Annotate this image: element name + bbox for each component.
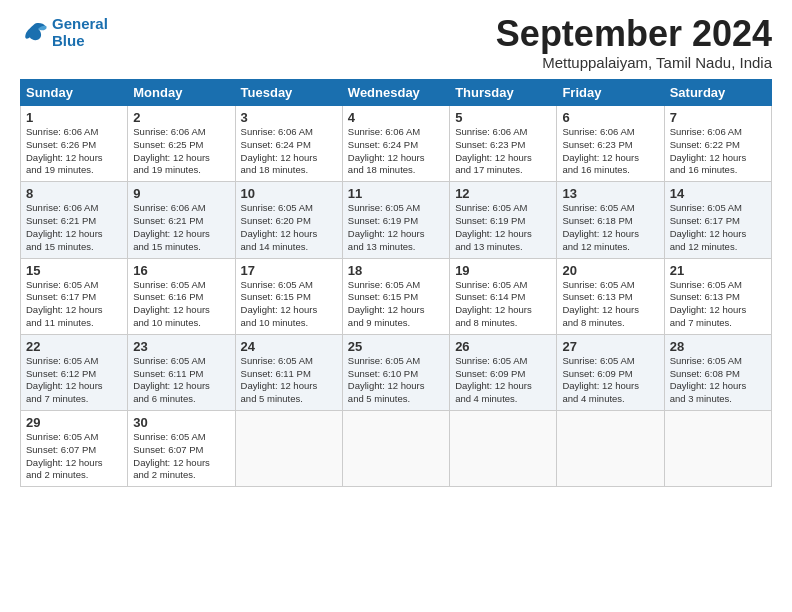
- calendar-cell: 6Sunrise: 6:06 AM Sunset: 6:23 PM Daylig…: [557, 106, 664, 182]
- day-info: Sunrise: 6:06 AM Sunset: 6:21 PM Dayligh…: [26, 202, 122, 253]
- day-number: 9: [133, 186, 229, 201]
- calendar-cell: [557, 411, 664, 487]
- day-number: 4: [348, 110, 444, 125]
- calendar-cell: 17Sunrise: 6:05 AM Sunset: 6:15 PM Dayli…: [235, 258, 342, 334]
- day-info: Sunrise: 6:05 AM Sunset: 6:16 PM Dayligh…: [133, 279, 229, 330]
- day-info: Sunrise: 6:05 AM Sunset: 6:10 PM Dayligh…: [348, 355, 444, 406]
- calendar-cell: 30Sunrise: 6:05 AM Sunset: 6:07 PM Dayli…: [128, 411, 235, 487]
- header: General Blue September 2024 Mettuppalaiy…: [20, 16, 772, 71]
- calendar-cell: 25Sunrise: 6:05 AM Sunset: 6:10 PM Dayli…: [342, 334, 449, 410]
- day-number: 12: [455, 186, 551, 201]
- day-info: Sunrise: 6:05 AM Sunset: 6:13 PM Dayligh…: [670, 279, 766, 330]
- logo: General Blue: [20, 16, 108, 49]
- day-info: Sunrise: 6:06 AM Sunset: 6:23 PM Dayligh…: [562, 126, 658, 177]
- day-number: 8: [26, 186, 122, 201]
- calendar-cell: 20Sunrise: 6:05 AM Sunset: 6:13 PM Dayli…: [557, 258, 664, 334]
- day-number: 3: [241, 110, 337, 125]
- col-friday: Friday: [557, 80, 664, 106]
- day-number: 20: [562, 263, 658, 278]
- day-info: Sunrise: 6:05 AM Sunset: 6:19 PM Dayligh…: [348, 202, 444, 253]
- calendar-week-row: 8Sunrise: 6:06 AM Sunset: 6:21 PM Daylig…: [21, 182, 772, 258]
- day-number: 6: [562, 110, 658, 125]
- day-number: 28: [670, 339, 766, 354]
- day-info: Sunrise: 6:05 AM Sunset: 6:11 PM Dayligh…: [133, 355, 229, 406]
- day-number: 7: [670, 110, 766, 125]
- calendar-cell: 7Sunrise: 6:06 AM Sunset: 6:22 PM Daylig…: [664, 106, 771, 182]
- calendar-cell: 21Sunrise: 6:05 AM Sunset: 6:13 PM Dayli…: [664, 258, 771, 334]
- calendar-cell: 14Sunrise: 6:05 AM Sunset: 6:17 PM Dayli…: [664, 182, 771, 258]
- day-info: Sunrise: 6:05 AM Sunset: 6:08 PM Dayligh…: [670, 355, 766, 406]
- day-info: Sunrise: 6:06 AM Sunset: 6:25 PM Dayligh…: [133, 126, 229, 177]
- col-wednesday: Wednesday: [342, 80, 449, 106]
- day-number: 11: [348, 186, 444, 201]
- col-thursday: Thursday: [450, 80, 557, 106]
- calendar-cell: 29Sunrise: 6:05 AM Sunset: 6:07 PM Dayli…: [21, 411, 128, 487]
- calendar-cell: [342, 411, 449, 487]
- col-tuesday: Tuesday: [235, 80, 342, 106]
- calendar-cell: 8Sunrise: 6:06 AM Sunset: 6:21 PM Daylig…: [21, 182, 128, 258]
- day-info: Sunrise: 6:05 AM Sunset: 6:12 PM Dayligh…: [26, 355, 122, 406]
- logo-icon: [20, 19, 48, 47]
- day-number: 19: [455, 263, 551, 278]
- day-info: Sunrise: 6:06 AM Sunset: 6:22 PM Dayligh…: [670, 126, 766, 177]
- col-sunday: Sunday: [21, 80, 128, 106]
- calendar-cell: 24Sunrise: 6:05 AM Sunset: 6:11 PM Dayli…: [235, 334, 342, 410]
- title-block: September 2024 Mettuppalaiyam, Tamil Nad…: [496, 16, 772, 71]
- calendar-cell: 10Sunrise: 6:05 AM Sunset: 6:20 PM Dayli…: [235, 182, 342, 258]
- day-number: 1: [26, 110, 122, 125]
- calendar-cell: 26Sunrise: 6:05 AM Sunset: 6:09 PM Dayli…: [450, 334, 557, 410]
- calendar-table: Sunday Monday Tuesday Wednesday Thursday…: [20, 79, 772, 487]
- day-info: Sunrise: 6:06 AM Sunset: 6:24 PM Dayligh…: [241, 126, 337, 177]
- day-number: 5: [455, 110, 551, 125]
- day-info: Sunrise: 6:06 AM Sunset: 6:24 PM Dayligh…: [348, 126, 444, 177]
- calendar-cell: 15Sunrise: 6:05 AM Sunset: 6:17 PM Dayli…: [21, 258, 128, 334]
- calendar-cell: 3Sunrise: 6:06 AM Sunset: 6:24 PM Daylig…: [235, 106, 342, 182]
- day-number: 23: [133, 339, 229, 354]
- day-info: Sunrise: 6:05 AM Sunset: 6:15 PM Dayligh…: [348, 279, 444, 330]
- day-info: Sunrise: 6:05 AM Sunset: 6:09 PM Dayligh…: [562, 355, 658, 406]
- calendar-week-row: 1Sunrise: 6:06 AM Sunset: 6:26 PM Daylig…: [21, 106, 772, 182]
- calendar-cell: [664, 411, 771, 487]
- calendar-cell: 4Sunrise: 6:06 AM Sunset: 6:24 PM Daylig…: [342, 106, 449, 182]
- month-title: September 2024: [496, 16, 772, 52]
- calendar-cell: [450, 411, 557, 487]
- calendar-cell: 9Sunrise: 6:06 AM Sunset: 6:21 PM Daylig…: [128, 182, 235, 258]
- day-info: Sunrise: 6:05 AM Sunset: 6:13 PM Dayligh…: [562, 279, 658, 330]
- day-number: 16: [133, 263, 229, 278]
- day-number: 27: [562, 339, 658, 354]
- location-subtitle: Mettuppalaiyam, Tamil Nadu, India: [496, 54, 772, 71]
- calendar-header-row: Sunday Monday Tuesday Wednesday Thursday…: [21, 80, 772, 106]
- day-info: Sunrise: 6:05 AM Sunset: 6:14 PM Dayligh…: [455, 279, 551, 330]
- day-info: Sunrise: 6:06 AM Sunset: 6:21 PM Dayligh…: [133, 202, 229, 253]
- calendar-cell: 2Sunrise: 6:06 AM Sunset: 6:25 PM Daylig…: [128, 106, 235, 182]
- day-info: Sunrise: 6:05 AM Sunset: 6:17 PM Dayligh…: [26, 279, 122, 330]
- day-info: Sunrise: 6:06 AM Sunset: 6:26 PM Dayligh…: [26, 126, 122, 177]
- day-number: 10: [241, 186, 337, 201]
- day-number: 18: [348, 263, 444, 278]
- day-info: Sunrise: 6:05 AM Sunset: 6:11 PM Dayligh…: [241, 355, 337, 406]
- day-info: Sunrise: 6:05 AM Sunset: 6:20 PM Dayligh…: [241, 202, 337, 253]
- page: General Blue September 2024 Mettuppalaiy…: [0, 0, 792, 497]
- day-number: 21: [670, 263, 766, 278]
- day-info: Sunrise: 6:05 AM Sunset: 6:19 PM Dayligh…: [455, 202, 551, 253]
- day-info: Sunrise: 6:05 AM Sunset: 6:07 PM Dayligh…: [26, 431, 122, 482]
- calendar-cell: 19Sunrise: 6:05 AM Sunset: 6:14 PM Dayli…: [450, 258, 557, 334]
- day-number: 22: [26, 339, 122, 354]
- calendar-cell: 11Sunrise: 6:05 AM Sunset: 6:19 PM Dayli…: [342, 182, 449, 258]
- logo-text: General Blue: [52, 16, 108, 49]
- day-number: 2: [133, 110, 229, 125]
- calendar-cell: [235, 411, 342, 487]
- day-number: 30: [133, 415, 229, 430]
- day-number: 26: [455, 339, 551, 354]
- calendar-week-row: 15Sunrise: 6:05 AM Sunset: 6:17 PM Dayli…: [21, 258, 772, 334]
- calendar-cell: 22Sunrise: 6:05 AM Sunset: 6:12 PM Dayli…: [21, 334, 128, 410]
- day-info: Sunrise: 6:05 AM Sunset: 6:15 PM Dayligh…: [241, 279, 337, 330]
- day-number: 13: [562, 186, 658, 201]
- day-info: Sunrise: 6:05 AM Sunset: 6:09 PM Dayligh…: [455, 355, 551, 406]
- calendar-cell: 5Sunrise: 6:06 AM Sunset: 6:23 PM Daylig…: [450, 106, 557, 182]
- calendar-week-row: 22Sunrise: 6:05 AM Sunset: 6:12 PM Dayli…: [21, 334, 772, 410]
- day-number: 25: [348, 339, 444, 354]
- calendar-cell: 27Sunrise: 6:05 AM Sunset: 6:09 PM Dayli…: [557, 334, 664, 410]
- col-saturday: Saturday: [664, 80, 771, 106]
- day-info: Sunrise: 6:06 AM Sunset: 6:23 PM Dayligh…: [455, 126, 551, 177]
